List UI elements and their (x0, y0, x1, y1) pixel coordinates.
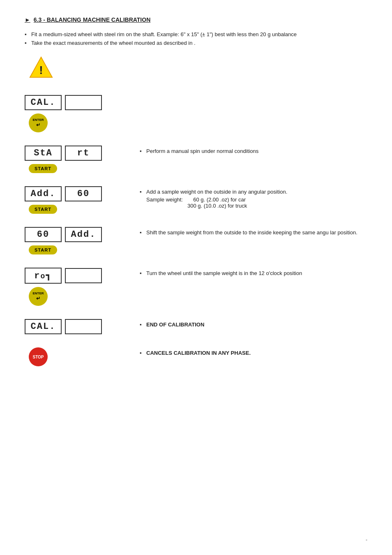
add60-note-1: Add a sample weight on the outside in an… (140, 189, 367, 195)
sta-display2: rt (65, 146, 102, 161)
step-add-60-right: Add a sample weight on the outside in an… (131, 186, 367, 209)
sta-note: Perform a manual spin under normal condi… (140, 148, 367, 154)
sample-weight-line1: Sample weight: 60 g. (2.00 .oz) for car (146, 197, 367, 203)
step-rot-enter: ro┓ ENTER ↵ Turn the wheel until the sam… (25, 268, 367, 309)
enter-arrow-2: ↵ (36, 296, 40, 301)
page-footer: - (366, 537, 367, 543)
enter-label-2: ENTER (32, 291, 44, 296)
step-cal-end-left: CAL. (25, 319, 131, 338)
step-60-add: 60 Add. START Shift the sample weight fr… (25, 227, 367, 258)
bullet-2: Take the exact measurements of the wheel… (25, 40, 367, 46)
rot-display1: ro┓ (25, 268, 62, 284)
step-add-60: Add. 60 START Add a sample weight on the… (25, 186, 367, 217)
sample-weight-line2: 300 g. (10.0 .oz) for truck (187, 203, 367, 209)
bullet-1: Fit a medium-sized wheel with steel rim … (25, 31, 367, 37)
calend-note: END OF CALIBRATION (140, 321, 367, 328)
60add-display2: Add. (65, 227, 102, 242)
svg-text:!: ! (39, 64, 43, 76)
warning-icon: ! (29, 56, 53, 79)
start-button-1[interactable]: START (29, 164, 57, 173)
60add-display1: 60 (25, 227, 62, 242)
enter-button-1[interactable]: ENTER ↵ (29, 113, 48, 132)
calend-display-pair: CAL. (25, 319, 102, 334)
add60-display1: Add. (25, 186, 62, 201)
step-cal-enter: CAL. ENTER ↵ (25, 95, 367, 136)
rot-display2 (65, 268, 102, 283)
intro-bullets: Fit a medium-sized wheel with steel rim … (25, 31, 367, 46)
section-arrow: ► (25, 16, 30, 23)
enter-arrow-1: ↵ (36, 122, 40, 128)
step-cal-end: CAL. END OF CALIBRATION (25, 319, 367, 338)
section-header: ► 6.3 - BALANCING MACHINE CALIBRATION Fi… (25, 16, 367, 46)
step-60-add-left: 60 Add. START (25, 227, 131, 258)
step-rot-left: ro┓ ENTER ↵ (25, 268, 131, 309)
step-stop-right: CANCELS CALIBRATION IN ANY PHASE. (131, 347, 367, 358)
step-60-add-right: Shift the sample weight from the outside… (131, 227, 367, 237)
step-sta: StA rt START Perform a manual spin under… (25, 146, 367, 176)
section-title-text: 6.3 - BALANCING MACHINE CALIBRATION (34, 16, 150, 23)
rot-display-pair: ro┓ (25, 268, 102, 284)
enter-label-1: ENTER (32, 118, 44, 122)
step-rot-right: Turn the wheel until the sample weight i… (131, 268, 367, 278)
enter-button-2[interactable]: ENTER ↵ (29, 287, 48, 306)
60add-note: Shift the sample weight from the outside… (140, 229, 367, 236)
step-warning-right (131, 56, 367, 58)
rot-note: Turn the wheel until the sample weight i… (140, 270, 367, 276)
step-sta-right: Perform a manual spin under normal condi… (131, 146, 367, 156)
cal-display-pair: CAL. (25, 95, 102, 110)
sta-display1: StA (25, 146, 62, 161)
step-cal-enter-right (131, 95, 367, 97)
cal-display2 (65, 95, 102, 110)
60add-display-pair: 60 Add. (25, 227, 102, 242)
add60-display-pair: Add. 60 (25, 186, 102, 201)
steps-container: ! CAL. ENTER ↵ (25, 56, 367, 370)
cal-display1: CAL. (25, 95, 62, 110)
calend-display1: CAL. (25, 319, 62, 334)
add60-display2: 60 (65, 186, 102, 201)
add60-sample-weight: Sample weight: 60 g. (2.00 .oz) for car … (146, 197, 367, 209)
step-stop-left: STOP (25, 347, 131, 370)
step-stop: STOP CANCELS CALIBRATION IN ANY PHASE. (25, 347, 367, 370)
sta-display-pair: StA rt (25, 146, 102, 161)
step-warning: ! (25, 56, 367, 85)
step-warning-left: ! (25, 56, 131, 85)
step-sta-left: StA rt START (25, 146, 131, 176)
step-cal-end-right: END OF CALIBRATION (131, 319, 367, 329)
start-button-2[interactable]: START (29, 205, 57, 214)
stop-button[interactable]: STOP (29, 347, 48, 366)
step-cal-enter-left: CAL. ENTER ↵ (25, 95, 131, 136)
stop-note: CANCELS CALIBRATION IN ANY PHASE. (140, 350, 367, 356)
calend-display2 (65, 319, 102, 334)
start-button-3[interactable]: START (29, 245, 57, 254)
step-add-60-left: Add. 60 START (25, 186, 131, 217)
